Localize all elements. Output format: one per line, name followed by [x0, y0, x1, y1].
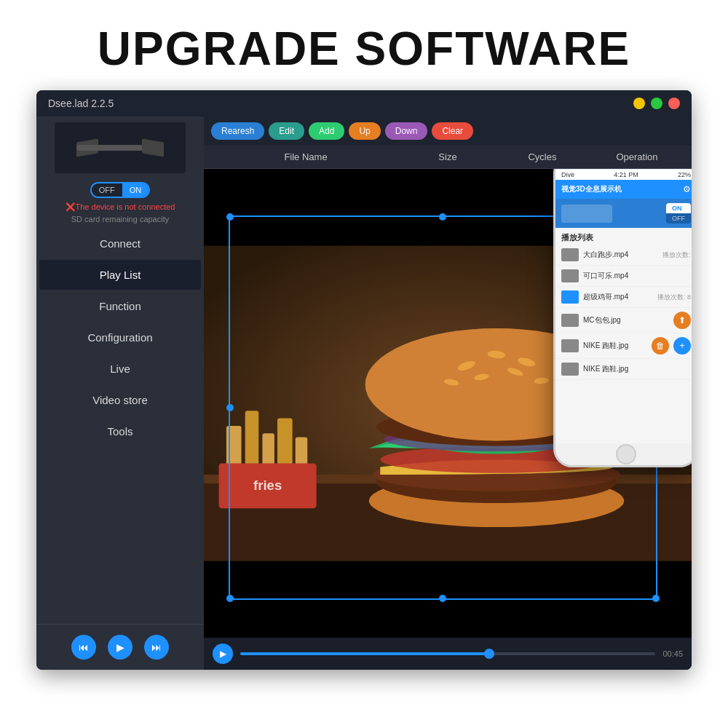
media-preview: fries	[204, 169, 692, 638]
phone-device-img	[561, 205, 612, 223]
sidebar-item-playlist[interactable]: Play List	[39, 260, 201, 290]
phone-carrier: Dive	[561, 171, 574, 178]
phone-file-item: NIKE 跑鞋.jpg 🗑 +	[555, 333, 692, 359]
sidebar-item-configuration[interactable]: Configuration	[39, 323, 201, 352]
sidebar-item-videostore[interactable]: Video store	[39, 385, 201, 415]
phone-settings-icon[interactable]: ⚙	[683, 184, 691, 194]
progress-thumb	[484, 649, 494, 659]
next-button[interactable]: ⏭	[144, 635, 169, 660]
phone-app-title: 视觉3D全息展示机	[561, 184, 622, 194]
svg-text:fries: fries	[253, 478, 282, 493]
file-trash-btn[interactable]: 🗑	[652, 337, 669, 355]
device-image	[55, 122, 186, 173]
sidebar-item-connect[interactable]: Connect	[39, 229, 201, 258]
phone-file-item: NIKE 跑鞋.jpg	[555, 359, 692, 380]
col-size: Size	[400, 151, 495, 162]
phone-status-bar: Dive 4:21 PM 22%	[555, 170, 692, 180]
file-action: 播放次数: 8	[657, 293, 691, 302]
table-header: File Name Size Cycles Operation	[204, 146, 692, 169]
rearesh-button[interactable]: Rearesh	[211, 122, 264, 140]
title-bar: Dsee.lad 2.2.5	[36, 90, 692, 116]
phone-device-row: ON OFF	[555, 199, 692, 228]
media-play-button[interactable]: ▶	[213, 644, 233, 664]
file-name: 超级鸡哥.mp4	[583, 292, 653, 302]
content-area: Rearesh Edit Add Up Down Clear File Name…	[204, 116, 692, 670]
minimize-button[interactable]	[633, 98, 645, 109]
time-display: 00:45	[662, 649, 683, 658]
sidebar-playback: ⏮ ▶ ⏭	[36, 624, 204, 670]
col-cycles: Cycles	[495, 151, 590, 162]
progress-fill	[240, 652, 489, 655]
file-icon	[561, 269, 579, 282]
down-button[interactable]: Down	[385, 122, 428, 140]
file-icon	[561, 363, 579, 376]
col-filename: File Name	[211, 151, 400, 162]
phone-section-title: 播放列表	[555, 228, 692, 245]
file-name: MC包包.jpg	[583, 315, 669, 325]
toolbar: Rearesh Edit Add Up Down Clear	[204, 116, 692, 146]
page-title: UPGRADE SOFTWARE	[0, 0, 728, 90]
app-body: OFF ON ❌The device is not connected SD c…	[36, 116, 692, 670]
phone-toggle-on: ON	[666, 203, 691, 213]
power-toggle[interactable]: OFF ON	[90, 182, 151, 198]
clear-button[interactable]: Clear	[432, 122, 473, 140]
window-title: Dsee.lad 2.2.5	[48, 98, 114, 109]
phone-file-list: 大白跑步.mp4 播放次数: 可口可乐.mp4 超级鸡哥.mp4	[555, 245, 692, 443]
toggle-on-label: ON	[122, 183, 149, 197]
phone-overlay: Dive 4:21 PM 22% 视觉3D全息展示机 ⚙	[553, 169, 692, 467]
toggle-row: OFF ON	[36, 182, 204, 198]
phone-screen: Dive 4:21 PM 22% 视觉3D全息展示机 ⚙	[555, 170, 692, 443]
edit-button[interactable]: Edit	[269, 122, 304, 140]
file-name: 可口可乐.mp4	[583, 271, 687, 281]
up-button[interactable]: Up	[349, 122, 380, 140]
device-silhouette	[76, 133, 164, 162]
phone-home-button[interactable]	[616, 444, 636, 464]
phone-file-item: 可口可乐.mp4	[555, 266, 692, 287]
file-icon	[561, 339, 579, 352]
phone-home-bar	[555, 443, 692, 465]
add-button[interactable]: Add	[309, 122, 344, 140]
close-button[interactable]	[668, 98, 680, 109]
file-action-btn[interactable]: ⬆	[673, 312, 691, 329]
file-name: NIKE 跑鞋.jpg	[583, 341, 647, 351]
sd-card-status: SD card remaining capacity	[36, 213, 204, 228]
playback-bar: ▶ 00:45	[204, 638, 692, 670]
sidebar-item-function[interactable]: Function	[39, 291, 201, 321]
phone-battery: 22%	[678, 171, 691, 178]
phone-app-bar: 视觉3D全息展示机 ⚙	[555, 180, 692, 199]
progress-bar[interactable]	[240, 652, 655, 655]
play-button[interactable]: ▶	[108, 635, 132, 660]
app-window: Dsee.lad 2.2.5 OFF ON	[36, 90, 692, 670]
prev-button[interactable]: ⏮	[71, 635, 96, 660]
sidebar: OFF ON ❌The device is not connected SD c…	[36, 116, 204, 670]
phone-time: 4:21 PM	[614, 171, 638, 178]
window-controls	[633, 98, 680, 109]
file-name: 大白跑步.mp4	[583, 250, 658, 260]
phone-toggle-off: OFF	[666, 213, 691, 223]
phone-power-toggle[interactable]: ON OFF	[666, 203, 691, 223]
sidebar-item-live[interactable]: Live	[39, 354, 201, 384]
phone-file-item: MC包包.jpg ⬆	[555, 308, 692, 333]
connection-status: ❌The device is not connected	[36, 201, 204, 213]
sidebar-item-tools[interactable]: Tools	[39, 416, 201, 446]
phone-file-item: 大白跑步.mp4 播放次数:	[555, 245, 692, 266]
device-wing-right	[142, 138, 164, 157]
file-action: 播放次数:	[662, 250, 691, 260]
sidebar-menu: Connect Play List Function Configuration…	[36, 228, 204, 624]
col-operation: Operation	[590, 151, 684, 162]
toggle-off-label: OFF	[92, 183, 122, 197]
file-name: NIKE 跑鞋.jpg	[583, 364, 691, 374]
file-add-btn[interactable]: +	[673, 337, 691, 355]
file-icon-highlighted	[561, 290, 579, 304]
maximize-button[interactable]	[651, 98, 662, 109]
phone-file-item: 超级鸡哥.mp4 播放次数: 8	[555, 287, 692, 308]
file-icon	[561, 314, 579, 327]
file-icon	[561, 248, 579, 261]
